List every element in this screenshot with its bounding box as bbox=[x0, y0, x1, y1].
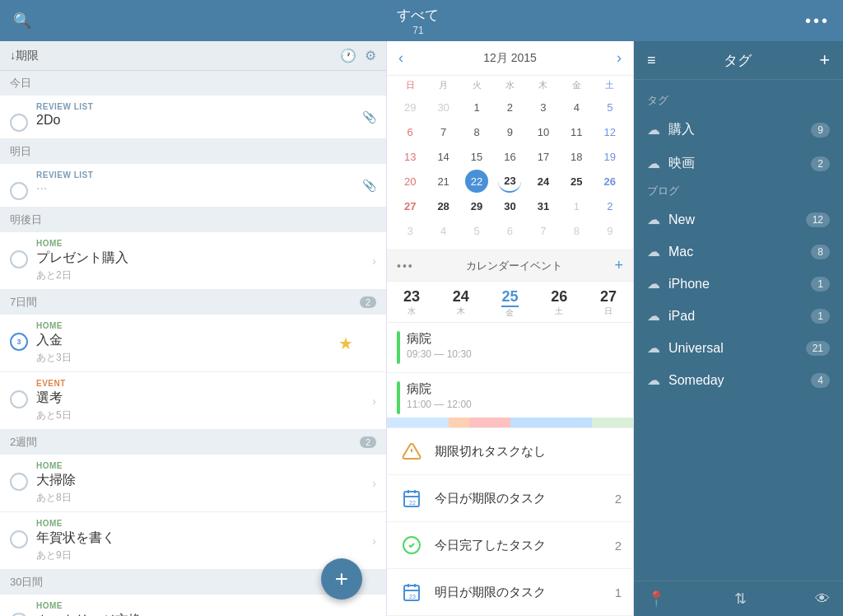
attach-icon: 📎 bbox=[362, 110, 376, 124]
cal-day[interactable]: 8 bbox=[565, 219, 588, 242]
cal-day[interactable]: 25 bbox=[565, 170, 588, 193]
tag-item-new[interactable]: ☁ New 12 bbox=[634, 203, 843, 236]
tag-item-someday[interactable]: ☁ Someday 4 bbox=[634, 364, 843, 396]
cal-day[interactable]: 3 bbox=[398, 219, 422, 242]
cal-day[interactable]: 6 bbox=[398, 120, 422, 143]
task-item[interactable]: REVIEW LIST ··· 📎 bbox=[0, 164, 386, 208]
cal-day[interactable]: 7 bbox=[532, 219, 555, 242]
task-checkbox[interactable] bbox=[10, 114, 28, 132]
cal-dow-sun: 日 bbox=[394, 76, 426, 95]
cal-day[interactable]: 13 bbox=[398, 145, 422, 168]
cal-day[interactable]: 31 bbox=[532, 194, 555, 217]
date-nav-item[interactable]: 24 木 bbox=[436, 288, 486, 319]
header-more[interactable]: ••• bbox=[805, 12, 830, 30]
clock-icon[interactable]: 🕐 bbox=[340, 48, 356, 63]
cal-day[interactable]: 27 bbox=[398, 194, 422, 217]
task-checkbox[interactable]: 3 bbox=[10, 333, 28, 351]
star-icon[interactable]: ★ bbox=[338, 334, 353, 353]
eye-icon[interactable]: 👁 bbox=[815, 590, 830, 608]
task-checkbox[interactable] bbox=[10, 250, 28, 268]
task-content: REVIEW LIST 2Do bbox=[36, 102, 376, 129]
cal-day[interactable]: 1 bbox=[565, 194, 588, 217]
cal-day[interactable]: 14 bbox=[432, 145, 455, 168]
task-item[interactable]: HOME プレゼント購入 あと2日 › bbox=[0, 232, 386, 290]
cal-day[interactable]: 29 bbox=[398, 96, 422, 119]
summary-item-today-due[interactable]: 22 今日が期限のタスク 2 bbox=[387, 475, 633, 522]
cal-day[interactable]: 17 bbox=[532, 145, 555, 168]
cal-day[interactable]: 5 bbox=[465, 219, 488, 242]
cal-day[interactable]: 24 bbox=[532, 170, 555, 193]
tags-add-button[interactable]: + bbox=[819, 49, 830, 71]
cal-day[interactable]: 10 bbox=[532, 120, 555, 143]
event-item[interactable]: 病院 11:00 — 12:00 bbox=[387, 373, 633, 418]
cal-day[interactable]: 12 bbox=[598, 120, 622, 143]
tag-item-purchase[interactable]: ☁ 購入 9 bbox=[634, 113, 843, 147]
cal-day[interactable]: 18 bbox=[565, 145, 588, 168]
summary-tomorrow-due-count: 1 bbox=[615, 586, 622, 600]
cal-day[interactable]: 9 bbox=[598, 219, 622, 242]
cal-day[interactable]: 30 bbox=[432, 96, 455, 119]
date-nav-item[interactable]: 27 日 bbox=[584, 288, 633, 319]
cal-day[interactable]: 5 bbox=[598, 96, 622, 119]
task-item[interactable]: 3 HOME 入金 あと3日 ★ bbox=[0, 315, 386, 372]
summary-item-completed[interactable]: 今日完了したタスク 2 bbox=[387, 522, 633, 569]
cal-day[interactable]: 2 bbox=[498, 96, 521, 119]
task-checkbox[interactable] bbox=[10, 473, 28, 491]
cal-day[interactable]: 20 bbox=[398, 170, 422, 193]
task-item[interactable]: REVIEW LIST 2Do 📎 bbox=[0, 96, 386, 139]
filter-label[interactable]: ↓期限 bbox=[10, 49, 39, 63]
cal-week-row: 20 21 22 23 24 25 26 bbox=[394, 169, 626, 194]
summary-item-overdue[interactable]: 期限切れタスクなし bbox=[387, 428, 633, 475]
cal-day[interactable]: 15 bbox=[465, 145, 488, 168]
cal-day-today[interactable]: 22 bbox=[465, 170, 488, 193]
tag-item-iphone[interactable]: ☁ iPhone 1 bbox=[634, 268, 843, 300]
date-nav-item[interactable]: 26 土 bbox=[534, 288, 584, 319]
cal-day[interactable]: 4 bbox=[565, 96, 588, 119]
task-item[interactable]: HOME 年賀状を書く あと9日 › bbox=[0, 512, 386, 570]
cal-day[interactable]: 3 bbox=[532, 96, 555, 119]
location-icon[interactable]: 📍 bbox=[647, 590, 665, 608]
task-checkbox[interactable] bbox=[10, 390, 28, 408]
date-nav-item-selected[interactable]: 25 金 bbox=[486, 288, 535, 319]
cal-day[interactable]: 8 bbox=[465, 120, 488, 143]
add-task-button[interactable]: + bbox=[321, 558, 362, 600]
cal-day[interactable]: 21 bbox=[432, 170, 455, 193]
task-name: 2Do bbox=[36, 113, 376, 128]
date-nav-item[interactable]: 23 水 bbox=[387, 288, 436, 319]
cal-prev-button[interactable]: ‹ bbox=[398, 49, 403, 67]
cal-day[interactable]: 28 bbox=[432, 194, 455, 217]
task-checkbox[interactable] bbox=[10, 530, 28, 548]
sort-icon[interactable]: ⇅ bbox=[734, 590, 747, 608]
tag-item-mac[interactable]: ☁ Mac 8 bbox=[634, 236, 843, 268]
settings-icon[interactable]: ⚙ bbox=[365, 48, 376, 63]
cal-day[interactable]: 30 bbox=[498, 194, 521, 217]
task-item[interactable]: HOME 大掃除 あと8日 › bbox=[0, 455, 386, 512]
tag-item-movie[interactable]: ☁ 映画 2 bbox=[634, 147, 843, 180]
cal-day[interactable]: 26 bbox=[598, 170, 622, 193]
task-checkbox[interactable] bbox=[10, 182, 28, 200]
cal-next-button[interactable]: › bbox=[617, 49, 622, 67]
task-item[interactable]: HOME カートリッジ交換 bbox=[0, 595, 386, 616]
cal-day[interactable]: 6 bbox=[498, 219, 521, 242]
cal-day[interactable]: 1 bbox=[465, 96, 488, 119]
task-checkbox[interactable] bbox=[10, 613, 28, 616]
cal-day[interactable]: 11 bbox=[565, 120, 588, 143]
cal-day[interactable]: 4 bbox=[432, 219, 455, 242]
timeline-add-button[interactable]: + bbox=[614, 257, 623, 274]
search-icon[interactable]: 🔍 bbox=[13, 12, 31, 30]
event-item[interactable]: 病院 09:30 — 10:30 bbox=[387, 323, 633, 373]
cal-day[interactable]: 7 bbox=[432, 120, 455, 143]
tag-item-universal[interactable]: ☁ Universal 21 bbox=[634, 332, 843, 364]
event-name: 病院 bbox=[407, 331, 623, 347]
tag-item-ipad[interactable]: ☁ iPad 1 bbox=[634, 300, 843, 332]
cal-day[interactable]: 19 bbox=[598, 145, 622, 168]
cal-day[interactable]: 9 bbox=[498, 120, 521, 143]
cal-day[interactable]: 2 bbox=[598, 194, 622, 217]
cal-day[interactable]: 29 bbox=[465, 194, 488, 217]
menu-icon[interactable]: ≡ bbox=[647, 52, 656, 69]
summary-item-tomorrow-due[interactable]: 23 明日が期限のタスク 1 bbox=[387, 569, 633, 616]
task-item[interactable]: EVENT 選考 あと5日 › bbox=[0, 372, 386, 430]
calendar-dow-row: 日 月 火 水 木 金 土 bbox=[394, 76, 626, 95]
cal-day[interactable]: 16 bbox=[498, 145, 521, 168]
cal-day-selected[interactable]: 23 bbox=[498, 170, 521, 193]
